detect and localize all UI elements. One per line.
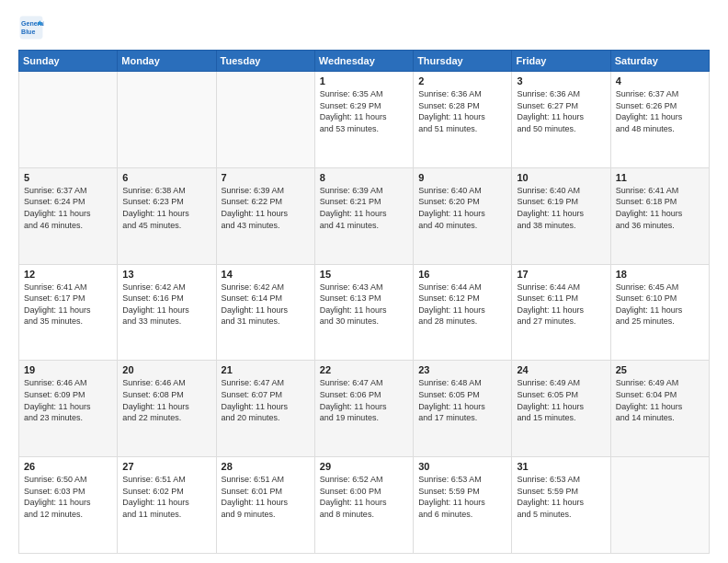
- calendar-cell: 10Sunrise: 6:40 AMSunset: 6:19 PMDayligh…: [512, 167, 610, 264]
- calendar-week-row: 5Sunrise: 6:37 AMSunset: 6:24 PMDaylight…: [19, 167, 710, 264]
- cell-detail: Sunrise: 6:43 AMSunset: 6:13 PMDaylight:…: [320, 282, 408, 327]
- svg-rect-0: [20, 17, 43, 40]
- cell-detail: Sunrise: 6:49 AMSunset: 6:04 PMDaylight:…: [616, 377, 704, 423]
- calendar-week-row: 26Sunrise: 6:50 AMSunset: 6:03 PMDayligh…: [19, 457, 710, 554]
- cell-detail: Sunrise: 6:41 AMSunset: 6:17 PMDaylight:…: [24, 282, 112, 327]
- day-number: 27: [122, 461, 210, 472]
- calendar-cell: [19, 72, 118, 168]
- day-number: 9: [418, 172, 506, 183]
- day-number: 12: [24, 269, 112, 280]
- day-number: 24: [517, 364, 605, 375]
- cell-detail: Sunrise: 6:39 AMSunset: 6:22 PMDaylight:…: [222, 185, 310, 231]
- day-number: 14: [222, 269, 310, 280]
- calendar-cell: 14Sunrise: 6:42 AMSunset: 6:14 PMDayligh…: [216, 264, 314, 361]
- cell-detail: Sunrise: 6:35 AMSunset: 6:29 PMDaylight:…: [320, 88, 408, 134]
- day-number: 13: [122, 269, 210, 280]
- cell-detail: Sunrise: 6:48 AMSunset: 6:05 PMDaylight:…: [418, 377, 506, 423]
- weekday-header-cell: Monday: [118, 51, 216, 72]
- cell-detail: Sunrise: 6:42 AMSunset: 6:14 PMDaylight:…: [222, 282, 310, 327]
- calendar-cell: 23Sunrise: 6:48 AMSunset: 6:05 PMDayligh…: [414, 361, 512, 457]
- day-number: 4: [616, 75, 704, 86]
- day-number: 2: [418, 75, 506, 86]
- calendar-cell: 29Sunrise: 6:52 AMSunset: 6:00 PMDayligh…: [314, 457, 413, 554]
- day-number: 6: [122, 172, 210, 183]
- calendar-cell: 22Sunrise: 6:47 AMSunset: 6:06 PMDayligh…: [314, 361, 413, 457]
- weekday-header-cell: Thursday: [414, 51, 512, 72]
- calendar-cell: 15Sunrise: 6:43 AMSunset: 6:13 PMDayligh…: [314, 264, 413, 361]
- logo-icon: General Blue: [18, 15, 44, 40]
- day-number: 3: [517, 75, 605, 86]
- day-number: 10: [517, 172, 605, 183]
- weekday-header-row: SundayMondayTuesdayWednesdayThursdayFrid…: [19, 51, 710, 72]
- day-number: 20: [122, 364, 210, 375]
- cell-detail: Sunrise: 6:36 AMSunset: 6:27 PMDaylight:…: [517, 88, 605, 134]
- cell-detail: Sunrise: 6:52 AMSunset: 6:00 PMDaylight:…: [320, 474, 408, 520]
- cell-detail: Sunrise: 6:47 AMSunset: 6:07 PMDaylight:…: [222, 377, 310, 423]
- calendar-cell: 25Sunrise: 6:49 AMSunset: 6:04 PMDayligh…: [610, 361, 709, 457]
- day-number: 23: [418, 364, 506, 375]
- calendar-cell: 13Sunrise: 6:42 AMSunset: 6:16 PMDayligh…: [118, 264, 216, 361]
- cell-detail: Sunrise: 6:40 AMSunset: 6:20 PMDaylight:…: [418, 185, 506, 231]
- calendar-cell: 5Sunrise: 6:37 AMSunset: 6:24 PMDaylight…: [19, 167, 118, 264]
- cell-detail: Sunrise: 6:37 AMSunset: 6:24 PMDaylight:…: [24, 185, 112, 231]
- day-number: 18: [616, 269, 704, 280]
- day-number: 1: [320, 75, 408, 86]
- cell-detail: Sunrise: 6:53 AMSunset: 5:59 PMDaylight:…: [418, 474, 506, 520]
- calendar-cell: 7Sunrise: 6:39 AMSunset: 6:22 PMDaylight…: [216, 167, 314, 264]
- cell-detail: Sunrise: 6:47 AMSunset: 6:06 PMDaylight:…: [320, 377, 408, 423]
- cell-detail: Sunrise: 6:46 AMSunset: 6:09 PMDaylight:…: [24, 377, 112, 423]
- calendar-cell: 4Sunrise: 6:37 AMSunset: 6:26 PMDaylight…: [610, 72, 709, 168]
- weekday-header-cell: Saturday: [610, 51, 709, 72]
- calendar-cell: [610, 457, 709, 554]
- cell-detail: Sunrise: 6:51 AMSunset: 6:01 PMDaylight:…: [222, 474, 310, 520]
- calendar-cell: 21Sunrise: 6:47 AMSunset: 6:07 PMDayligh…: [216, 361, 314, 457]
- cell-detail: Sunrise: 6:36 AMSunset: 6:28 PMDaylight:…: [418, 88, 506, 134]
- calendar-cell: 20Sunrise: 6:46 AMSunset: 6:08 PMDayligh…: [118, 361, 216, 457]
- calendar-cell: 1Sunrise: 6:35 AMSunset: 6:29 PMDaylight…: [314, 72, 413, 168]
- day-number: 11: [616, 172, 704, 183]
- weekday-header-cell: Sunday: [19, 51, 118, 72]
- day-number: 8: [320, 172, 408, 183]
- cell-detail: Sunrise: 6:49 AMSunset: 6:05 PMDaylight:…: [517, 377, 605, 423]
- calendar-cell: 11Sunrise: 6:41 AMSunset: 6:18 PMDayligh…: [610, 167, 709, 264]
- calendar-cell: 30Sunrise: 6:53 AMSunset: 5:59 PMDayligh…: [414, 457, 512, 554]
- day-number: 26: [24, 461, 112, 472]
- day-number: 15: [320, 269, 408, 280]
- calendar-cell: 26Sunrise: 6:50 AMSunset: 6:03 PMDayligh…: [19, 457, 118, 554]
- cell-detail: Sunrise: 6:51 AMSunset: 6:02 PMDaylight:…: [122, 474, 210, 520]
- calendar-cell: 16Sunrise: 6:44 AMSunset: 6:12 PMDayligh…: [414, 264, 512, 361]
- calendar-cell: 24Sunrise: 6:49 AMSunset: 6:05 PMDayligh…: [512, 361, 610, 457]
- day-number: 28: [222, 461, 310, 472]
- day-number: 16: [418, 269, 506, 280]
- calendar-body: 1Sunrise: 6:35 AMSunset: 6:29 PMDaylight…: [19, 72, 710, 554]
- cell-detail: Sunrise: 6:40 AMSunset: 6:19 PMDaylight:…: [517, 185, 605, 231]
- svg-text:Blue: Blue: [21, 29, 35, 35]
- calendar-cell: 28Sunrise: 6:51 AMSunset: 6:01 PMDayligh…: [216, 457, 314, 554]
- day-number: 25: [616, 364, 704, 375]
- calendar-cell: 9Sunrise: 6:40 AMSunset: 6:20 PMDaylight…: [414, 167, 512, 264]
- calendar-cell: 12Sunrise: 6:41 AMSunset: 6:17 PMDayligh…: [19, 264, 118, 361]
- calendar-week-row: 12Sunrise: 6:41 AMSunset: 6:17 PMDayligh…: [19, 264, 710, 361]
- day-number: 29: [320, 461, 408, 472]
- cell-detail: Sunrise: 6:41 AMSunset: 6:18 PMDaylight:…: [616, 185, 704, 231]
- day-number: 17: [517, 269, 605, 280]
- logo: General Blue: [18, 15, 48, 40]
- calendar-cell: 19Sunrise: 6:46 AMSunset: 6:09 PMDayligh…: [19, 361, 118, 457]
- weekday-header-cell: Friday: [512, 51, 610, 72]
- day-number: 22: [320, 364, 408, 375]
- calendar-week-row: 19Sunrise: 6:46 AMSunset: 6:09 PMDayligh…: [19, 361, 710, 457]
- day-number: 7: [222, 172, 310, 183]
- calendar-cell: 2Sunrise: 6:36 AMSunset: 6:28 PMDaylight…: [414, 72, 512, 168]
- calendar-week-row: 1Sunrise: 6:35 AMSunset: 6:29 PMDaylight…: [19, 72, 710, 168]
- day-number: 31: [517, 461, 605, 472]
- cell-detail: Sunrise: 6:44 AMSunset: 6:12 PMDaylight:…: [418, 282, 506, 327]
- calendar-cell: [118, 72, 216, 168]
- day-number: 5: [24, 172, 112, 183]
- cell-detail: Sunrise: 6:50 AMSunset: 6:03 PMDaylight:…: [24, 474, 112, 520]
- day-number: 30: [418, 461, 506, 472]
- weekday-header-cell: Wednesday: [314, 51, 413, 72]
- cell-detail: Sunrise: 6:44 AMSunset: 6:11 PMDaylight:…: [517, 282, 605, 327]
- cell-detail: Sunrise: 6:53 AMSunset: 5:59 PMDaylight:…: [517, 474, 605, 520]
- calendar-cell: 8Sunrise: 6:39 AMSunset: 6:21 PMDaylight…: [314, 167, 413, 264]
- day-number: 21: [222, 364, 310, 375]
